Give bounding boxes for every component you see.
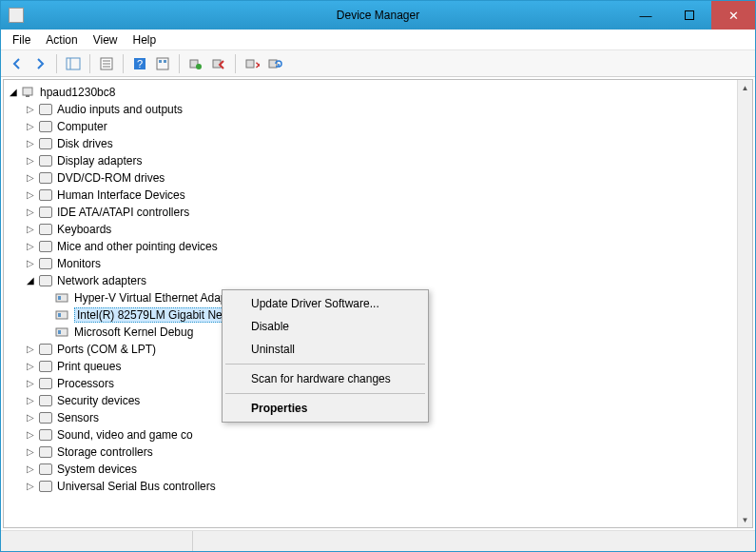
- app-icon: [9, 8, 24, 23]
- category-label: Human Interface Devices: [57, 188, 185, 202]
- show-hide-console-tree-icon[interactable]: [63, 53, 84, 74]
- device-icon: [38, 170, 53, 186]
- scroll-down-icon[interactable]: ▼: [738, 512, 752, 527]
- expander-icon[interactable]: ◢: [8, 87, 19, 98]
- category-label: Display adapters: [57, 154, 142, 168]
- category-label: Security devices: [57, 394, 140, 407]
- toolbar-separator: [123, 54, 124, 73]
- expander-icon[interactable]: ▷: [25, 189, 36, 201]
- menu-help[interactable]: Help: [126, 30, 165, 49]
- device-icon: [38, 444, 53, 460]
- expander-icon[interactable]: ▷: [25, 446, 36, 458]
- tree-category[interactable]: ▷Mice and other pointing devices: [8, 238, 737, 255]
- category-label: Computer: [57, 120, 107, 133]
- refresh-toolbar-icon[interactable]: [152, 53, 173, 74]
- category-label: Storage controllers: [57, 445, 153, 459]
- ctx-update-driver[interactable]: Update Driver Software...: [224, 292, 426, 315]
- window-controls: — ✕: [624, 1, 755, 30]
- maximize-button[interactable]: [668, 1, 711, 30]
- svg-rect-9: [157, 58, 168, 69]
- menu-file[interactable]: File: [5, 30, 38, 49]
- scan-hardware-toolbar-icon[interactable]: [264, 53, 285, 74]
- tree-root[interactable]: ◢hpaud1230bc8: [8, 84, 737, 101]
- expander-icon[interactable]: ▷: [25, 344, 36, 355]
- ctx-disable[interactable]: Disable: [224, 315, 426, 338]
- tree-category[interactable]: ▷System devices: [8, 461, 737, 478]
- tree-category[interactable]: ▷Audio inputs and outputs: [8, 101, 737, 118]
- tree-category[interactable]: ▷Sound, video and game co: [8, 426, 737, 444]
- menu-view[interactable]: View: [86, 30, 126, 49]
- menu-action[interactable]: Action: [38, 30, 85, 49]
- tree-category[interactable]: ▷Disk drives: [8, 135, 737, 152]
- expander-icon[interactable]: ▷: [25, 224, 36, 235]
- expander-icon[interactable]: ▷: [25, 378, 36, 389]
- tree-category[interactable]: ▷Display adapters: [8, 152, 737, 169]
- device-icon: [38, 256, 53, 271]
- device-label: Microsoft Kernel Debug: [74, 325, 193, 339]
- tree-category[interactable]: ▷IDE ATA/ATAPI controllers: [8, 204, 737, 221]
- svg-rect-11: [164, 60, 166, 63]
- tree-category[interactable]: ▷Computer: [8, 118, 737, 135]
- update-driver-toolbar-icon[interactable]: [185, 53, 206, 74]
- expander-icon[interactable]: ▷: [25, 361, 36, 372]
- expander-icon[interactable]: ▷: [25, 429, 36, 441]
- device-icon: [38, 119, 53, 134]
- device-icon: [38, 273, 53, 288]
- expander-icon[interactable]: ▷: [25, 121, 36, 132]
- disable-toolbar-icon[interactable]: [208, 53, 229, 74]
- expander-icon[interactable]: ▷: [25, 412, 36, 424]
- toolbar-separator: [56, 54, 57, 73]
- scroll-up-icon[interactable]: ▲: [738, 80, 752, 95]
- expander-icon[interactable]: ▷: [25, 463, 36, 475]
- svg-rect-25: [58, 330, 61, 334]
- device-icon: [38, 393, 53, 408]
- device-icon: [38, 153, 53, 168]
- tree-category[interactable]: ◢Network adapters: [8, 272, 737, 289]
- expander-icon[interactable]: ▷: [25, 258, 36, 269]
- expander-icon[interactable]: ▷: [25, 241, 36, 252]
- expander-icon[interactable]: ▷: [25, 155, 36, 167]
- svg-rect-1: [67, 58, 80, 69]
- device-icon: [38, 205, 53, 220]
- expander-icon[interactable]: ▷: [25, 481, 36, 492]
- close-button[interactable]: ✕: [711, 1, 755, 30]
- help-toolbar-icon[interactable]: ?: [129, 53, 150, 74]
- toolbar-separator: [179, 54, 180, 73]
- expander-icon[interactable]: ▷: [25, 172, 36, 184]
- svg-rect-24: [56, 328, 68, 336]
- vertical-scrollbar[interactable]: ▲ ▼: [737, 80, 752, 527]
- ctx-properties[interactable]: Properties: [224, 397, 426, 420]
- ctx-uninstall[interactable]: Uninstall: [224, 338, 426, 361]
- category-label: Network adapters: [57, 274, 146, 287]
- category-label: DVD/CD-ROM drives: [57, 171, 165, 185]
- expander-icon[interactable]: ▷: [25, 104, 36, 115]
- category-label: Audio inputs and outputs: [57, 103, 183, 116]
- expander-icon[interactable]: ▷: [25, 207, 36, 218]
- tree-category[interactable]: ▷Keyboards: [8, 221, 737, 238]
- tree-category[interactable]: ▷DVD/CD-ROM drives: [8, 169, 737, 187]
- svg-rect-23: [58, 313, 61, 317]
- svg-rect-19: [26, 95, 29, 97]
- tree-category[interactable]: ▷Storage controllers: [8, 444, 737, 461]
- device-icon: [38, 376, 53, 391]
- expander-icon[interactable]: ◢: [25, 275, 36, 286]
- device-icon: [38, 136, 53, 151]
- network-adapter-icon: [55, 307, 70, 323]
- expander-icon[interactable]: ▷: [25, 138, 36, 149]
- category-label: Ports (COM & LPT): [57, 343, 156, 356]
- expander-icon[interactable]: ▷: [25, 395, 36, 406]
- back-icon[interactable]: [7, 53, 28, 74]
- minimize-button[interactable]: —: [624, 1, 668, 30]
- svg-rect-21: [58, 296, 61, 300]
- tree-category[interactable]: ▷Monitors: [8, 255, 737, 272]
- uninstall-toolbar-icon[interactable]: ✕: [242, 53, 262, 74]
- statusbar: [1, 530, 755, 551]
- window-title: Device Manager: [337, 9, 419, 22]
- ctx-scan-hardware[interactable]: Scan for hardware changes: [224, 367, 426, 390]
- category-label: Sensors: [57, 411, 99, 424]
- tree-category[interactable]: ▷Human Interface Devices: [8, 187, 737, 204]
- category-label: IDE ATA/ATAPI controllers: [57, 206, 189, 219]
- tree-category[interactable]: ▷Universal Serial Bus controllers: [8, 478, 737, 495]
- properties-toolbar-icon[interactable]: [96, 53, 117, 74]
- forward-icon[interactable]: [29, 53, 50, 74]
